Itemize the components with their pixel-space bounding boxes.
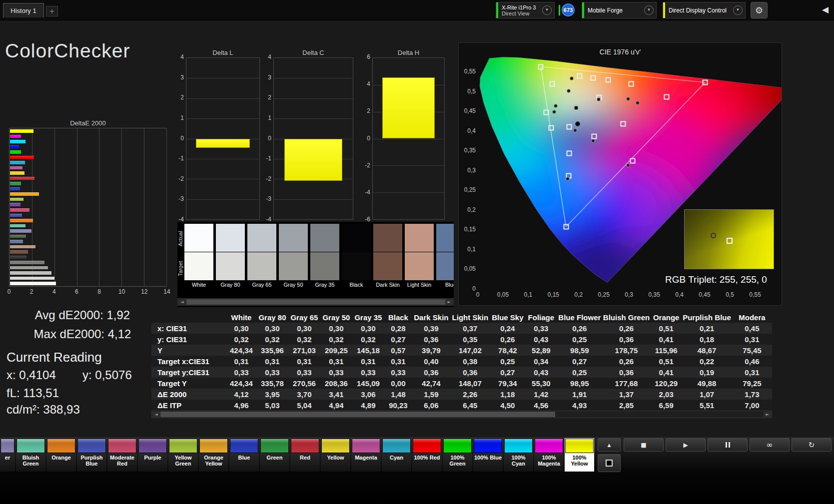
deltae-bar-orange-yellow bbox=[10, 192, 39, 196]
meter-dropdown[interactable]: X-Rite i1Pro 3 Direct View ▾ bbox=[496, 2, 555, 18]
patch-button-cyan[interactable]: Cyan bbox=[382, 438, 411, 472]
patch-label: Purple bbox=[138, 453, 167, 471]
patch-button-yellow-green[interactable]: Yellow Green bbox=[168, 438, 198, 472]
table-cell: 0,30 bbox=[226, 323, 256, 334]
gridline bbox=[186, 179, 259, 179]
play-button[interactable]: ▶ bbox=[666, 438, 706, 452]
deltae-bar-red bbox=[10, 177, 34, 180]
color-patch bbox=[108, 439, 136, 453]
color-swatch-gray-80[interactable]: Gray 80 bbox=[216, 224, 245, 288]
table-cell: 2,85 bbox=[602, 400, 651, 411]
table-cell: 178,75 bbox=[602, 345, 651, 356]
patch-button-100-yellow[interactable]: 100% Yellow bbox=[565, 438, 594, 472]
axis-tick-label: 0,2 bbox=[570, 291, 587, 298]
patch-button-yellow[interactable]: Yellow bbox=[321, 438, 350, 472]
patch-button-red[interactable]: Red bbox=[290, 438, 320, 472]
scroll-right-icon[interactable]: ► bbox=[445, 299, 453, 305]
axis-tick-label: -3 bbox=[178, 195, 184, 202]
display-control-dropdown[interactable]: Direct Display Control ▾ bbox=[663, 2, 746, 18]
patch-button-100-red[interactable]: 100% Red bbox=[412, 438, 442, 472]
color-swatch-dark-skin[interactable]: Dark Skin bbox=[373, 224, 402, 288]
table-cell: 79,25 bbox=[732, 378, 772, 389]
deltae-gridline bbox=[121, 128, 122, 286]
swatch-scrollbar[interactable]: ◄ ► bbox=[177, 298, 454, 306]
color-swatch-blue[interactable]: Blue bbox=[436, 224, 454, 288]
chevron-down-icon: ▾ bbox=[542, 5, 552, 15]
plus-icon: + bbox=[49, 7, 55, 15]
patch-label: Red bbox=[291, 453, 319, 471]
collapse-left-icon[interactable]: ◀ bbox=[822, 4, 829, 14]
patch-button-100-cyan[interactable]: 100% Cyan bbox=[504, 438, 533, 472]
patch-button-magenta[interactable]: Magenta bbox=[351, 438, 381, 472]
color-swatch-light-skin[interactable]: Light Skin bbox=[405, 224, 434, 288]
row-label: Y bbox=[151, 345, 226, 356]
reading-x: x: 0,4104 bbox=[6, 368, 56, 382]
table-cell: 0,31 bbox=[732, 334, 772, 345]
deltae-chart-title: DeltaE 2000 bbox=[9, 119, 167, 127]
color-swatch-black[interactable]: Black bbox=[342, 224, 371, 288]
axis-tick-label: -4 bbox=[365, 189, 370, 196]
loop-button[interactable]: ↻ bbox=[792, 438, 832, 452]
axis-tick-label: 12 bbox=[141, 288, 147, 295]
patch-button-er[interactable]: er bbox=[0, 438, 15, 472]
pause-icon bbox=[726, 442, 730, 448]
patch-button-orange-yellow[interactable]: Orange Yellow bbox=[199, 438, 228, 472]
color-swatch-gray-50[interactable]: Gray 50 bbox=[279, 224, 308, 288]
reading-y: y: 0,5076 bbox=[82, 368, 132, 382]
table-cell: 147,02 bbox=[450, 345, 490, 356]
scroll-right-icon[interactable]: ► bbox=[764, 412, 771, 417]
window-mode-button[interactable] bbox=[598, 454, 621, 472]
table-header: Orange bbox=[651, 312, 682, 323]
table-cell: 0,33 bbox=[384, 367, 412, 378]
patch-button-bluish-green[interactable]: Bluish Green bbox=[16, 438, 45, 472]
table-cell: 0,41 bbox=[651, 334, 682, 345]
gridline bbox=[274, 78, 353, 78]
table-row-target-y: Target Y424,34335,78270,56208,36145,090,… bbox=[151, 378, 772, 389]
source-dropdown[interactable]: Mobile Forge ▾ bbox=[582, 2, 657, 18]
expand-up-button[interactable]: ▲ bbox=[598, 438, 621, 452]
table-header: Black bbox=[384, 312, 412, 323]
patch-button-orange[interactable]: Orange bbox=[46, 438, 76, 472]
tab-history-1[interactable]: History 1 bbox=[3, 3, 44, 17]
pause-button[interactable] bbox=[708, 438, 748, 452]
continuous-button[interactable]: ∞ bbox=[750, 438, 790, 452]
table-cell: 75,45 bbox=[732, 345, 772, 356]
axis-tick-label: 4 bbox=[180, 53, 184, 60]
table-cell: 5,51 bbox=[682, 400, 732, 411]
table-cell: 0,00 bbox=[384, 378, 412, 389]
patch-button-100-magenta[interactable]: 100% Magenta bbox=[534, 438, 564, 472]
patch-count-badge[interactable]: 673 bbox=[562, 3, 575, 16]
patch-button-100-blue[interactable]: 100% Blue bbox=[473, 438, 503, 472]
scrollbar-thumb[interactable] bbox=[186, 299, 445, 305]
scroll-left-icon[interactable]: ◄ bbox=[152, 412, 160, 417]
table-cell: 0,34 bbox=[525, 356, 557, 367]
gridline bbox=[186, 199, 259, 200]
add-tab-button[interactable]: + bbox=[46, 6, 58, 16]
patch-button-purple[interactable]: Purple bbox=[138, 438, 167, 472]
table-cell: 0,21 bbox=[682, 323, 732, 334]
axis-tick-label: 0,35 bbox=[646, 291, 663, 298]
patch-button-blue[interactable]: Blue bbox=[229, 438, 259, 472]
color-swatch-gray-35[interactable]: Gray 35 bbox=[310, 224, 339, 288]
scrollbar-thumb[interactable] bbox=[160, 412, 555, 417]
axis-tick-label: 3 bbox=[180, 74, 184, 81]
axis-tick-label: 6 bbox=[75, 288, 78, 295]
patch-button-green[interactable]: Green bbox=[260, 438, 289, 472]
settings-button[interactable]: ⚙ bbox=[751, 2, 768, 18]
gridline bbox=[186, 159, 259, 159]
top-bar: History 1 + X-Rite i1Pro 3 Direct View ▾… bbox=[0, 0, 834, 20]
color-swatch-white[interactable]: White bbox=[184, 224, 213, 288]
patch-label: er bbox=[0, 453, 14, 471]
color-swatch-gray-65[interactable]: Gray 65 bbox=[247, 224, 276, 288]
scroll-left-icon[interactable]: ◄ bbox=[178, 299, 186, 305]
cie-diagram-panel: CIE 1976 u'v' bbox=[458, 42, 782, 306]
table-scrollbar[interactable]: ◄ ► bbox=[151, 411, 772, 418]
patch-button-purplish-blue[interactable]: Purplish Blue bbox=[77, 438, 106, 472]
delta-bar bbox=[284, 139, 343, 181]
swatch-actual bbox=[216, 224, 245, 252]
patch-button-moderate-red[interactable]: Moderate Red bbox=[107, 438, 137, 472]
table-cell: 1,59 bbox=[412, 389, 450, 400]
stop-button[interactable]: ■ bbox=[624, 438, 664, 452]
patch-button-100-green[interactable]: 100% Green bbox=[443, 438, 472, 472]
table-cell: 2,26 bbox=[450, 389, 490, 400]
